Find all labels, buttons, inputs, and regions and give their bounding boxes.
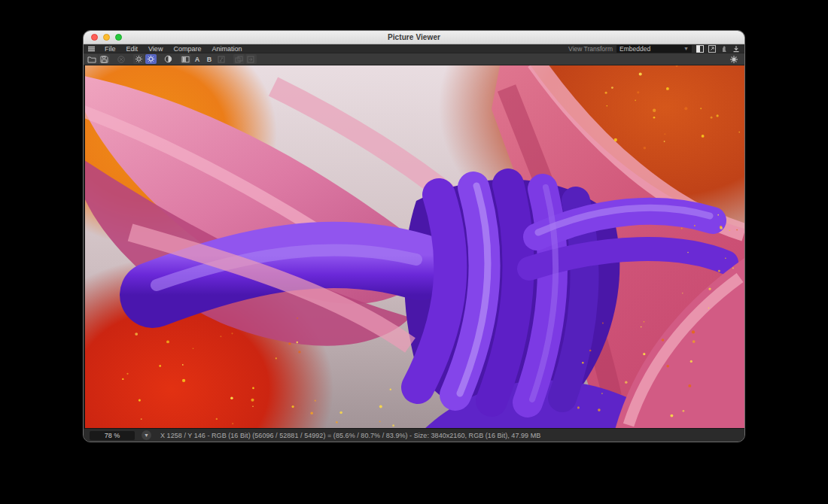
view-transform-label: View Transform <box>568 45 613 53</box>
traffic-lights <box>84 31 122 44</box>
menu-animation[interactable]: Animation <box>206 45 247 53</box>
menu-file[interactable]: File <box>99 45 121 53</box>
zoom-level-input[interactable]: 78 % <box>90 431 135 440</box>
set-a-button[interactable]: A <box>192 54 203 64</box>
set-a-label: A <box>195 56 200 63</box>
swap-ab-button[interactable] <box>216 54 227 64</box>
menu-compare[interactable]: Compare <box>168 45 206 53</box>
pixel-info-text: X 1258 / Y 146 - RGB (16 Bit) (56096 / 5… <box>160 432 540 439</box>
detach-window-icon[interactable] <box>708 44 716 53</box>
paste-button[interactable] <box>245 54 257 64</box>
menu-edit[interactable]: Edit <box>121 45 144 53</box>
save-button[interactable] <box>99 54 110 64</box>
hamburger-menu-icon[interactable] <box>88 46 95 52</box>
display-gear-button[interactable] <box>145 54 157 64</box>
menu-view[interactable]: View <box>143 45 168 53</box>
open-folder-button[interactable] <box>87 54 98 64</box>
toolbar: A B <box>84 53 744 65</box>
zoom-dropdown-button[interactable]: ▼ <box>142 430 151 440</box>
zoom-window-button[interactable] <box>115 34 122 41</box>
contrast-icon-button[interactable] <box>163 54 174 64</box>
status-bar: 78 % ▼ X 1258 / Y 146 - RGB (16 Bit) (56… <box>84 428 744 442</box>
stop-render-button[interactable] <box>116 54 127 64</box>
view-transform-value: Embedded <box>619 45 650 53</box>
close-window-button[interactable] <box>91 34 98 41</box>
ab-compare-button[interactable] <box>180 54 191 64</box>
set-b-button[interactable]: B <box>204 54 215 64</box>
render-settings-gear-button[interactable] <box>133 54 145 64</box>
hand-tool-icon[interactable] <box>720 44 728 53</box>
menu-bar: File Edit View Compare Animation View Tr… <box>84 44 744 53</box>
image-viewport[interactable] <box>84 65 744 430</box>
rendered-image <box>85 65 744 430</box>
navigator-burst-icon[interactable] <box>729 54 740 64</box>
set-b-label: B <box>207 56 212 63</box>
minimize-window-button[interactable] <box>103 34 110 41</box>
copy-button[interactable] <box>233 54 245 64</box>
view-transform-dropdown[interactable]: Embedded ▼ <box>616 45 692 53</box>
split-view-icon[interactable] <box>696 44 704 53</box>
dock-download-icon[interactable] <box>732 44 740 53</box>
desktop-background: Picture Viewer File Edit View Compare An… <box>0 0 828 504</box>
picture-viewer-window: Picture Viewer File Edit View Compare An… <box>83 30 745 442</box>
chevron-down-icon: ▼ <box>683 46 689 51</box>
title-bar[interactable]: Picture Viewer <box>84 31 744 44</box>
window-title: Picture Viewer <box>84 33 744 41</box>
